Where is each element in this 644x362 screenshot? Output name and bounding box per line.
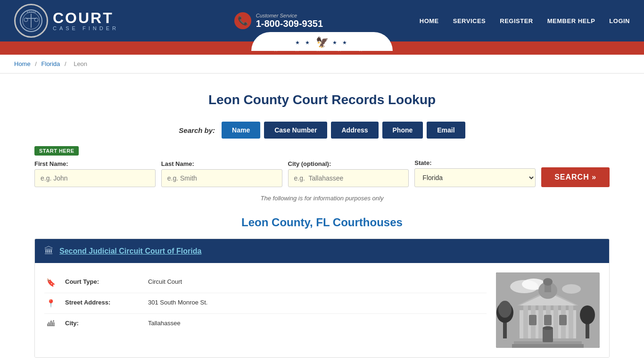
- breadcrumb-sep2: /: [65, 60, 68, 67]
- detail-row-court-type: 🔖 Court Type: Circuit Court: [44, 272, 487, 293]
- tab-address[interactable]: Address: [331, 122, 378, 139]
- search-by-row: Search by: Name Case Number Address Phon…: [34, 122, 610, 139]
- first-name-group: First Name:: [34, 160, 156, 187]
- courthouse-details: 🔖 Court Type: Circuit Court 📍 Street Add…: [44, 272, 487, 348]
- svg-rect-21: [553, 305, 558, 343]
- detail-icon-city: 🏙: [44, 320, 58, 328]
- svg-point-36: [543, 326, 553, 330]
- nav-login[interactable]: LOGIN: [609, 17, 630, 25]
- nav-services[interactable]: SERVICES: [453, 17, 486, 25]
- courthouse-header: 🏛 Second Judicial Circuit Court of Flori…: [35, 239, 609, 263]
- eagle-container: ★ ★ 🦅 ★ ★: [251, 32, 393, 51]
- detail-value-address: 301 South Monroe St.: [148, 299, 207, 306]
- logo-text: COURT CASE FINDER: [53, 10, 119, 31]
- phone-icon: 📞: [234, 12, 251, 29]
- tab-name[interactable]: Name: [222, 122, 260, 139]
- last-name-input[interactable]: [161, 169, 282, 187]
- breadcrumb-leon: Leon: [74, 60, 87, 67]
- last-name-group: Last Name:: [161, 160, 282, 187]
- city-input[interactable]: [288, 169, 409, 187]
- svg-rect-35: [543, 328, 553, 342]
- detail-value-city: Tallahassee: [148, 320, 181, 327]
- svg-rect-34: [559, 315, 567, 325]
- first-name-label: First Name:: [34, 160, 156, 167]
- svg-rect-31: [512, 344, 584, 348]
- logo-area: ★★★★★ COURT CASE FINDER: [14, 4, 119, 38]
- city-label: City (optional):: [288, 160, 409, 167]
- search-button[interactable]: SEARCH »: [541, 167, 610, 187]
- site-header: ★★★★★ COURT CASE FINDER 📞 Customer Servi…: [0, 0, 644, 55]
- courthouse-body: 🔖 Court Type: Circuit Court 📍 Street Add…: [35, 263, 609, 357]
- search-form: First Name: Last Name: City (optional): …: [34, 159, 610, 187]
- main-nav: HOME SERVICES REGISTER MEMBER HELP LOGIN: [420, 17, 630, 25]
- detail-value-court-type: Circuit Court: [148, 278, 182, 285]
- cs-label: Customer Service: [256, 13, 323, 18]
- tab-email[interactable]: Email: [427, 122, 465, 139]
- main-content: Leon County Court Records Lookup Search …: [16, 74, 628, 362]
- eagle-icon: 🦅: [316, 36, 329, 49]
- last-name-label: Last Name:: [161, 160, 282, 167]
- first-name-input[interactable]: [34, 169, 156, 187]
- cs-phone: 1-800-309-9351: [256, 18, 323, 29]
- breadcrumb-sep1: /: [35, 60, 38, 67]
- state-select[interactable]: Florida Alabama Georgia Texas California: [414, 168, 536, 187]
- state-group: State: Florida Alabama Georgia Texas Cal…: [414, 159, 536, 187]
- logo-svg: ★★★★★: [19, 9, 43, 33]
- eagle-arch: ★ ★ 🦅 ★ ★: [251, 32, 393, 51]
- detail-row-address: 📍 Street Address: 301 South Monroe St.: [44, 293, 487, 314]
- nav-register[interactable]: REGISTER: [500, 17, 533, 25]
- breadcrumb: Home / Florida / Leon: [0, 55, 644, 74]
- page-title: Leon County Court Records Lookup: [34, 92, 610, 107]
- cs-text: Customer Service 1-800-309-9351: [256, 13, 323, 29]
- customer-service: 📞 Customer Service 1-800-309-9351: [234, 12, 323, 29]
- courthouses-title: Leon County, FL Courthouses: [34, 216, 610, 229]
- detail-label-address: Street Address:: [65, 299, 140, 306]
- tab-case-number[interactable]: Case Number: [264, 122, 327, 139]
- logo-case-finder-label: CASE FINDER: [53, 25, 119, 31]
- breadcrumb-home[interactable]: Home: [14, 60, 31, 67]
- svg-rect-23: [569, 305, 573, 343]
- courthouse-image-placeholder: [496, 272, 600, 348]
- detail-icon-address: 📍: [44, 299, 58, 308]
- svg-point-28: [543, 278, 553, 286]
- search-by-label: Search by:: [179, 126, 215, 134]
- courthouse-building-svg: [496, 272, 600, 348]
- courthouse-icon: 🏛: [44, 246, 54, 256]
- detail-label-court-type: Court Type:: [65, 278, 140, 285]
- detail-row-city: 🏙 City: Tallahassee: [44, 314, 487, 334]
- logo-court-label: COURT: [53, 10, 119, 25]
- svg-point-10: [562, 284, 581, 294]
- svg-point-13: [498, 301, 512, 318]
- header-bottom-banner: ★ ★ 🦅 ★ ★ ★ ★ ★ ★ ★: [0, 41, 644, 55]
- nav-home[interactable]: HOME: [420, 17, 439, 25]
- logo-circle: ★★★★★: [14, 4, 48, 38]
- state-label: State:: [414, 159, 536, 166]
- svg-point-15: [580, 305, 595, 324]
- svg-rect-32: [529, 315, 537, 325]
- courthouse-card: 🏛 Second Judicial Circuit Court of Flori…: [34, 239, 610, 358]
- tab-phone[interactable]: Phone: [382, 122, 423, 139]
- svg-rect-33: [544, 315, 552, 325]
- courthouse-name-link[interactable]: Second Judicial Circuit Court of Florida: [59, 247, 201, 255]
- city-group: City (optional):: [288, 160, 409, 187]
- info-text: The following is for information purpose…: [34, 195, 610, 202]
- breadcrumb-florida[interactable]: Florida: [41, 60, 60, 67]
- start-here-badge: START HERE: [34, 146, 79, 156]
- courthouse-image: [496, 272, 600, 348]
- svg-text:★★★★★: ★★★★★: [26, 10, 36, 13]
- detail-icon-court-type: 🔖: [44, 278, 58, 287]
- nav-member-help[interactable]: MEMBER HELP: [547, 17, 595, 25]
- detail-label-city: City:: [65, 320, 140, 327]
- svg-rect-17: [523, 305, 528, 343]
- svg-rect-19: [538, 305, 543, 343]
